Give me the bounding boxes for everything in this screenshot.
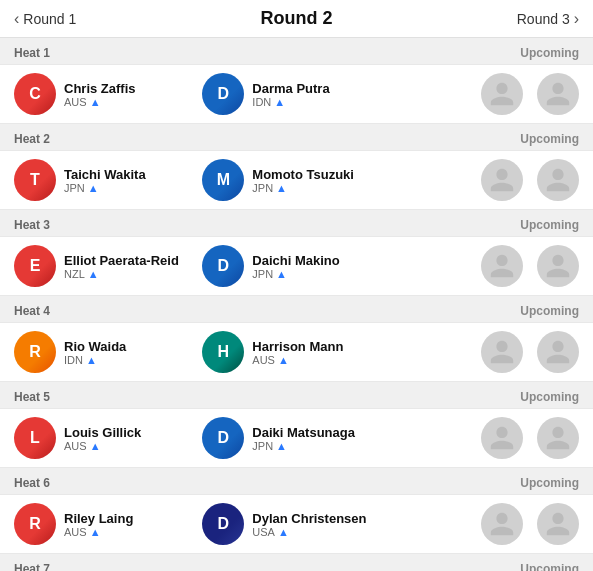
seed-icon-a2-1: ▲ [274, 96, 285, 108]
seed-icon-a2-2: ▲ [276, 182, 287, 194]
heat-label-6: Heat 6 [14, 476, 50, 490]
athlete1-avatar-5: L [14, 417, 56, 459]
athlete2-avatar-1: D [202, 73, 244, 115]
seed-icon-a1-4: ▲ [86, 354, 97, 366]
athlete2-country-3: JPN ▲ [252, 268, 339, 280]
athlete2-avatar-3: D [202, 245, 244, 287]
athlete2-slot-5: D Daiki Matsunaga JPN ▲ [202, 417, 390, 459]
seed-icon-a1-5: ▲ [90, 440, 101, 452]
upcoming-slots-5 [391, 417, 579, 459]
athlete2-name-2: Momoto Tsuzuki [252, 167, 354, 182]
ghost-avatar2-1 [537, 73, 579, 115]
athlete2-avatar-5: D [202, 417, 244, 459]
seed-icon-a1-6: ▲ [90, 526, 101, 538]
athlete1-name-6: Riley Laing [64, 511, 133, 526]
heat-status-3: Upcoming [520, 218, 579, 232]
athlete1-info-1: Chris Zaffis AUS ▲ [64, 81, 136, 108]
athlete1-slot-4: R Rio Waida IDN ▲ [14, 331, 202, 373]
heat-status-6: Upcoming [520, 476, 579, 490]
athlete2-country-6: USA ▲ [252, 526, 366, 538]
athlete2-info-5: Daiki Matsunaga JPN ▲ [252, 425, 355, 452]
athlete1-country-2: JPN ▲ [64, 182, 146, 194]
heat-header-5: Heat 5 Upcoming [0, 388, 593, 408]
ghost-avatar1-5 [481, 417, 523, 459]
heat-row-4[interactable]: R Rio Waida IDN ▲ H Harrison Mann AUS [0, 322, 593, 382]
athlete2-country-4: AUS ▲ [252, 354, 343, 366]
athlete1-info-5: Louis Gillick AUS ▲ [64, 425, 141, 452]
athlete1-name-1: Chris Zaffis [64, 81, 136, 96]
athlete1-avatar-6: R [14, 503, 56, 545]
heat-label-4: Heat 4 [14, 304, 50, 318]
left-arrow-icon: ‹ [14, 10, 19, 28]
athlete2-info-1: Darma Putra IDN ▲ [252, 81, 329, 108]
athlete2-name-4: Harrison Mann [252, 339, 343, 354]
heat-status-2: Upcoming [520, 132, 579, 146]
athlete1-country-6: AUS ▲ [64, 526, 133, 538]
athlete2-slot-2: M Momoto Tsuzuki JPN ▲ [202, 159, 390, 201]
seed-icon-a2-5: ▲ [276, 440, 287, 452]
heat-label-3: Heat 3 [14, 218, 50, 232]
athlete1-slot-2: T Taichi Wakita JPN ▲ [14, 159, 202, 201]
athlete1-country-1: AUS ▲ [64, 96, 136, 108]
heat-status-7: Upcoming [520, 562, 579, 571]
heat-label-2: Heat 2 [14, 132, 50, 146]
athlete2-avatar-4: H [202, 331, 244, 373]
athlete1-country-5: AUS ▲ [64, 440, 141, 452]
athlete2-info-2: Momoto Tsuzuki JPN ▲ [252, 167, 354, 194]
ghost-avatar2-5 [537, 417, 579, 459]
navigation-bar: ‹ Round 1 Round 2 Round 3 › [0, 0, 593, 38]
athlete1-country-3: NZL ▲ [64, 268, 179, 280]
ghost-avatar2-3 [537, 245, 579, 287]
ghost-avatar2-2 [537, 159, 579, 201]
heat-block-2: Heat 2 Upcoming T Taichi Wakita JPN ▲ M [0, 124, 593, 210]
athlete2-info-6: Dylan Christensen USA ▲ [252, 511, 366, 538]
next-round-label: Round 3 [517, 11, 570, 27]
athlete1-name-3: Elliot Paerata-Reid [64, 253, 179, 268]
athlete1-country-4: IDN ▲ [64, 354, 126, 366]
seed-icon-a1-3: ▲ [88, 268, 99, 280]
heat-label-5: Heat 5 [14, 390, 50, 404]
heat-block-7: Heat 7 Upcoming D Dede Suryana IDN ▲ J [0, 554, 593, 571]
athlete2-slot-1: D Darma Putra IDN ▲ [202, 73, 390, 115]
prev-round-button[interactable]: ‹ Round 1 [14, 10, 76, 28]
heat-row-5[interactable]: L Louis Gillick AUS ▲ D Daiki Matsunaga [0, 408, 593, 468]
heat-label-7: Heat 7 [14, 562, 50, 571]
heats-content: Heat 1 Upcoming C Chris Zaffis AUS ▲ D [0, 38, 593, 571]
athlete2-name-3: Daichi Makino [252, 253, 339, 268]
athlete1-slot-1: C Chris Zaffis AUS ▲ [14, 73, 202, 115]
athlete2-name-5: Daiki Matsunaga [252, 425, 355, 440]
heat-status-1: Upcoming [520, 46, 579, 60]
upcoming-slots-3 [391, 245, 579, 287]
ghost-avatar1-3 [481, 245, 523, 287]
athlete1-name-5: Louis Gillick [64, 425, 141, 440]
heat-row-1[interactable]: C Chris Zaffis AUS ▲ D Darma Putra IDN [0, 64, 593, 124]
ghost-avatar1-6 [481, 503, 523, 545]
heat-row-3[interactable]: E Elliot Paerata-Reid NZL ▲ D Daichi Mak… [0, 236, 593, 296]
athlete2-country-1: IDN ▲ [252, 96, 329, 108]
athlete1-slot-6: R Riley Laing AUS ▲ [14, 503, 202, 545]
prev-round-label: Round 1 [23, 11, 76, 27]
heat-block-5: Heat 5 Upcoming L Louis Gillick AUS ▲ D [0, 382, 593, 468]
ghost-avatar1-1 [481, 73, 523, 115]
ghost-avatar1-4 [481, 331, 523, 373]
next-round-button[interactable]: Round 3 › [517, 10, 579, 28]
athlete2-info-3: Daichi Makino JPN ▲ [252, 253, 339, 280]
athlete2-country-2: JPN ▲ [252, 182, 354, 194]
athlete1-avatar-3: E [14, 245, 56, 287]
athlete2-avatar-6: D [202, 503, 244, 545]
heat-block-3: Heat 3 Upcoming E Elliot Paerata-Reid NZ… [0, 210, 593, 296]
heat-block-4: Heat 4 Upcoming R Rio Waida IDN ▲ H [0, 296, 593, 382]
athlete2-slot-4: H Harrison Mann AUS ▲ [202, 331, 390, 373]
right-arrow-icon: › [574, 10, 579, 28]
upcoming-slots-6 [391, 503, 579, 545]
heat-row-6[interactable]: R Riley Laing AUS ▲ D Dylan Christensen [0, 494, 593, 554]
athlete1-info-4: Rio Waida IDN ▲ [64, 339, 126, 366]
seed-icon-a1-1: ▲ [90, 96, 101, 108]
heat-header-6: Heat 6 Upcoming [0, 474, 593, 494]
heat-row-2[interactable]: T Taichi Wakita JPN ▲ M Momoto Tsuzuki [0, 150, 593, 210]
athlete2-info-4: Harrison Mann AUS ▲ [252, 339, 343, 366]
athlete1-info-2: Taichi Wakita JPN ▲ [64, 167, 146, 194]
upcoming-slots-4 [391, 331, 579, 373]
athlete2-slot-3: D Daichi Makino JPN ▲ [202, 245, 390, 287]
ghost-avatar2-4 [537, 331, 579, 373]
